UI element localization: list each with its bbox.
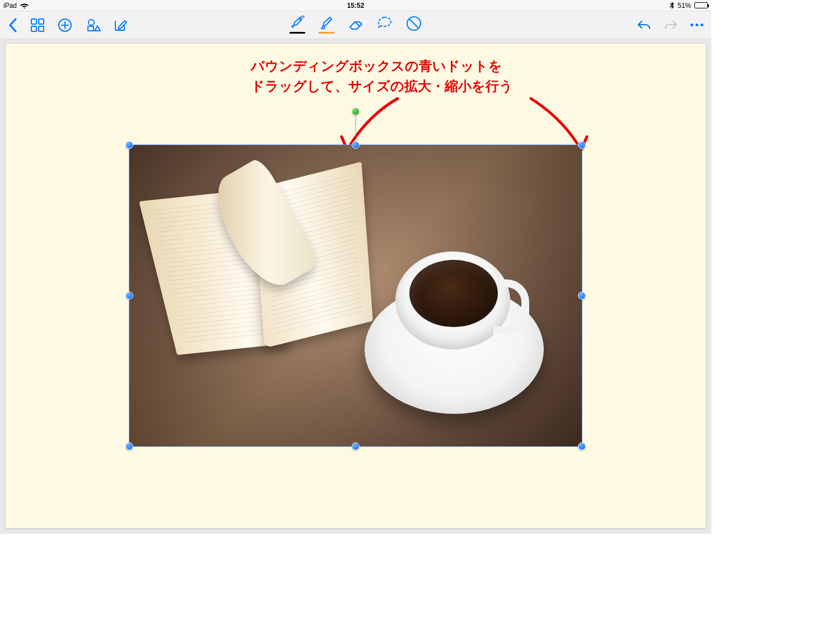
svg-rect-0 <box>31 19 36 24</box>
resize-handle-bc[interactable] <box>352 442 360 450</box>
resize-handle-tc[interactable] <box>352 141 360 149</box>
image-coffee <box>409 260 498 327</box>
resize-handle-ml[interactable] <box>125 292 133 300</box>
bluetooth-icon <box>670 2 674 9</box>
svg-rect-6 <box>88 26 94 31</box>
resize-handle-br[interactable] <box>578 442 586 450</box>
lasso-tool[interactable] <box>377 16 393 32</box>
redo-button[interactable] <box>664 19 678 31</box>
resize-handle-bl[interactable] <box>125 442 133 450</box>
more-icon <box>690 24 703 26</box>
resize-handle-mr[interactable] <box>578 292 586 300</box>
svg-line-8 <box>409 19 418 28</box>
status-time: 15:52 <box>347 2 365 10</box>
rotation-handle[interactable] <box>352 108 360 115</box>
pen-tool[interactable] <box>290 16 305 34</box>
back-button[interactable] <box>8 17 18 33</box>
canvas[interactable]: バウンディングボックスの青いドットを ドラッグして、サイズの拡大・縮小を行う <box>0 39 711 534</box>
svg-rect-2 <box>31 26 36 31</box>
battery-percent: 51% <box>678 2 691 10</box>
shapes-button[interactable] <box>85 17 101 33</box>
text-style-tool[interactable] <box>406 16 422 35</box>
image-book <box>137 148 402 382</box>
svg-rect-1 <box>39 19 44 24</box>
grid-view-button[interactable] <box>30 18 45 32</box>
battery-icon <box>694 2 708 8</box>
toolbar <box>0 11 711 39</box>
undo-button[interactable] <box>637 19 651 31</box>
more-button[interactable] <box>690 24 703 26</box>
status-right: 51% <box>670 2 708 10</box>
status-bar: iPad 15:52 51% <box>0 0 711 11</box>
status-left: iPad <box>3 2 29 10</box>
eraser-tool[interactable] <box>348 16 363 34</box>
note-page[interactable]: バウンディングボックスの青いドットを ドラッグして、サイズの拡大・縮小を行う <box>6 44 706 528</box>
image-bounding-box[interactable] <box>129 144 582 447</box>
compose-button[interactable] <box>113 18 128 32</box>
placed-image[interactable] <box>129 145 582 446</box>
add-button[interactable] <box>57 17 73 33</box>
svg-point-5 <box>88 20 94 25</box>
device-label: iPad <box>3 2 17 10</box>
svg-rect-3 <box>39 26 44 31</box>
annotation-text: バウンディングボックスの青いドットを ドラッグして、サイズの拡大・縮小を行う <box>251 56 513 96</box>
highlighter-tool[interactable] <box>319 16 334 34</box>
wifi-icon <box>20 2 29 8</box>
resize-handle-tl[interactable] <box>125 141 133 149</box>
resize-handle-tr[interactable] <box>578 141 586 149</box>
